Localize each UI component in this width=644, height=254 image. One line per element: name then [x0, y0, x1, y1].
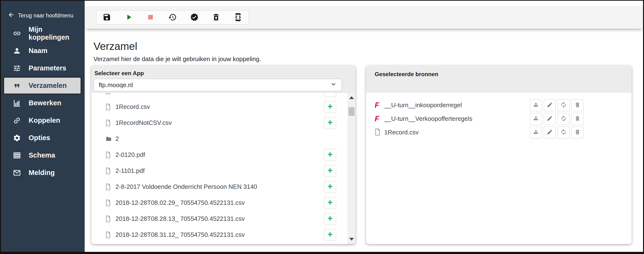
add-file-button[interactable]: [324, 213, 336, 225]
delete-source-button[interactable]: [572, 113, 584, 125]
plus-icon: [327, 199, 333, 206]
selected-sources-panel: Geselecteerde bronnen F__U-turn__inkoopo…: [366, 66, 632, 244]
file-row: 1Record.csv: [91, 99, 348, 115]
sidebar-item-melding[interactable]: Melding: [1, 164, 85, 181]
file-list-scrollbar[interactable]: [348, 93, 356, 244]
add-file-button[interactable]: [324, 181, 336, 193]
edit-source-button[interactable]: [544, 113, 556, 125]
trash-icon: [574, 129, 580, 136]
scroll-up-arrow-icon[interactable]: [349, 96, 354, 99]
edit-source-button[interactable]: [544, 99, 556, 111]
app-select-panel: Selecteer een App ftp.mooqe.nl 1Record.c…: [91, 66, 356, 244]
file-row: 2018-12-28T08.28.13_ 70554750.4522131.cs…: [91, 211, 348, 227]
file-name: 2018-12-28T08.28.13_ 70554750.4522131.cs…: [116, 215, 324, 222]
sidebar-item-label: Mijn koppelingen: [28, 26, 85, 41]
file-icon: [106, 152, 112, 158]
add-file-button[interactable]: [324, 229, 336, 241]
file-name: 1Record.csv: [116, 103, 324, 111]
download-icon: [533, 129, 539, 136]
app-panel-header: Selecteer een App ftp.mooqe.nl: [91, 66, 356, 93]
plus-icon: [327, 93, 333, 94]
chevron-down-icon: [330, 81, 337, 89]
plus-icon: [327, 103, 333, 110]
back-to-main-menu-link[interactable]: Terug naar hoofdmenu: [8, 11, 73, 20]
sidebar-item-mijn-koppelingen[interactable]: Mijn koppelingen: [1, 25, 85, 42]
envelope-icon: [12, 169, 22, 177]
arrow-left-icon: [8, 11, 15, 20]
source-actions: [530, 113, 584, 125]
refresh-source-button[interactable]: [558, 99, 570, 111]
sidebar-nav: Mijn koppelingenNaamParametersVerzamelen…: [1, 25, 85, 181]
sidebar-item-parameters[interactable]: Parameters: [1, 60, 85, 77]
add-file-button[interactable]: [324, 197, 336, 209]
file-icon: [375, 128, 380, 137]
toolbar-validate-button[interactable]: [190, 13, 199, 22]
delete-source-button[interactable]: [572, 99, 584, 111]
person-icon: [12, 47, 22, 55]
add-file-button[interactable]: [324, 101, 336, 113]
play-icon: [124, 13, 133, 22]
sources-panel-title: Geselecteerde bronnen: [369, 69, 629, 78]
sidebar-item-label: Koppelen: [28, 117, 60, 124]
sidebar-item-opties[interactable]: Opties: [1, 129, 85, 147]
download-source-button[interactable]: [530, 113, 542, 125]
toolbar-history-button[interactable]: [168, 13, 177, 22]
plus-icon: [327, 167, 333, 174]
pencil-icon: [547, 115, 553, 122]
scroll-down-arrow-icon[interactable]: [349, 238, 354, 241]
edit-source-button[interactable]: [544, 127, 556, 138]
download-icon: [533, 102, 539, 109]
file-row: 2-8-2017 Voldoende Onderricht Persoon NE…: [91, 179, 348, 195]
sync-icon: [560, 115, 567, 122]
sidebar-item-bewerken[interactable]: Bewerken: [1, 94, 85, 112]
refresh-source-button[interactable]: [558, 127, 570, 138]
delete-source-button[interactable]: [572, 127, 584, 138]
toolbar-save-button[interactable]: [102, 13, 111, 22]
sidebar-item-schema[interactable]: Schema: [1, 147, 85, 164]
sources-panel-header: Geselecteerde bronnen: [366, 66, 632, 93]
file-row: 2-0120.pdf: [91, 147, 348, 163]
download-source-button[interactable]: [530, 99, 542, 111]
toolbar-restore-delete-button[interactable]: [212, 13, 220, 22]
plus-icon: [327, 215, 333, 222]
sidebar-item-label: Opties: [28, 134, 50, 142]
refresh-source-button[interactable]: [558, 113, 570, 125]
add-file-button[interactable]: [324, 149, 336, 161]
sidebar-item-label: Verzamelen: [28, 82, 67, 90]
sidebar-item-label: Naam: [28, 47, 48, 55]
page-title: Verzamel: [94, 40, 137, 52]
file-row: 2-1101.pdf: [91, 163, 348, 179]
source-name: __U-turn__Verkoopofferteregels: [384, 115, 530, 122]
back-label: Terug naar hoofdmenu: [18, 13, 73, 19]
app-select-value: ftp.mooqe.nl: [99, 81, 133, 89]
toolbar-run-button[interactable]: [124, 13, 133, 22]
add-file-button[interactable]: [324, 93, 336, 97]
file-icon: [106, 93, 112, 94]
scroll-thumb[interactable]: [348, 107, 354, 116]
source-actions: [530, 99, 584, 111]
sync-icon: [560, 129, 567, 136]
toolbar-developer-button[interactable]: [234, 13, 242, 22]
plus-icon: [327, 231, 333, 238]
add-file-button[interactable]: [324, 165, 336, 177]
sidebar-item-koppelen[interactable]: Koppelen: [1, 112, 85, 129]
source-rows: F__U-turn__inkooporderregelF__U-turn__Ve…: [366, 93, 632, 139]
plus-icon: [327, 183, 333, 190]
file-name: 2018-12-28T08.02.29_ 70554750.4522131.cs…: [116, 199, 324, 206]
source-actions: [530, 127, 584, 138]
sidebar-item-verzamelen[interactable]: Verzamelen: [3, 77, 81, 94]
toolbar-stop-button[interactable]: [146, 13, 155, 22]
sidebar-item-label: Schema: [28, 151, 55, 159]
file-icon: [106, 184, 112, 190]
source-row: 1Record.csv: [375, 126, 632, 139]
file-name: 2-8-2017 Voldoende Onderricht Persoon NE…: [116, 183, 324, 190]
sync-icon: [560, 102, 567, 109]
file-name: 2: [116, 135, 336, 143]
link-icon: [12, 29, 22, 38]
main-area: Verzamel Verzamel hier de data die je wi…: [85, 1, 643, 252]
app-select[interactable]: ftp.mooqe.nl: [94, 79, 342, 91]
sliders-icon: [12, 64, 22, 72]
download-source-button[interactable]: [530, 127, 542, 138]
sidebar-item-naam[interactable]: Naam: [1, 42, 85, 60]
add-file-button[interactable]: [324, 117, 336, 129]
